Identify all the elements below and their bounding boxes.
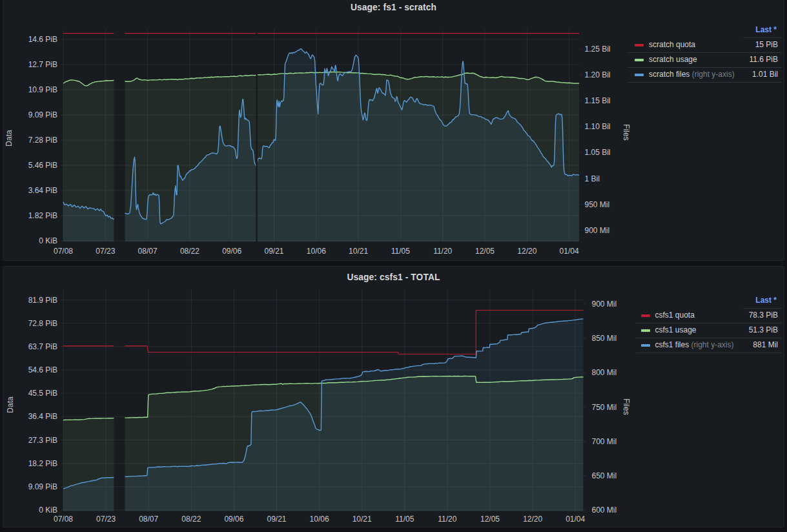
svg-text:09/06: 09/06 xyxy=(224,515,243,524)
svg-text:08/07: 08/07 xyxy=(138,247,158,256)
svg-text:1 Bil: 1 Bil xyxy=(585,174,600,183)
svg-text:1.82 PiB: 1.82 PiB xyxy=(28,211,57,220)
svg-text:08/22: 08/22 xyxy=(181,515,201,524)
svg-text:01/04: 01/04 xyxy=(560,247,579,256)
svg-text:700 Mil: 700 Mil xyxy=(592,437,617,446)
svg-text:3.64 PiB: 3.64 PiB xyxy=(28,186,57,195)
svg-text:900 Mil: 900 Mil xyxy=(592,300,617,309)
svg-text:900 Mil: 900 Mil xyxy=(585,226,610,235)
svg-text:63.7 PiB: 63.7 PiB xyxy=(28,342,57,351)
svg-text:10/06: 10/06 xyxy=(307,247,326,256)
svg-text:09/21: 09/21 xyxy=(264,247,283,256)
svg-text:11/05: 11/05 xyxy=(391,247,410,256)
svg-text:12/05: 12/05 xyxy=(475,247,495,256)
svg-text:11/20: 11/20 xyxy=(433,247,452,256)
svg-text:72.8 PiB: 72.8 PiB xyxy=(28,319,57,328)
svg-text:1.05 Bil: 1.05 Bil xyxy=(585,148,611,157)
svg-text:10.9 PiB: 10.9 PiB xyxy=(28,85,57,94)
svg-text:850 Mil: 850 Mil xyxy=(592,334,617,343)
svg-text:1.10 Bil: 1.10 Bil xyxy=(585,122,611,131)
svg-text:0 KiB: 0 KiB xyxy=(39,506,57,515)
svg-text:07/08: 07/08 xyxy=(54,515,73,524)
svg-text:07/08: 07/08 xyxy=(54,247,73,256)
svg-text:1.25 Bil: 1.25 Bil xyxy=(585,45,611,54)
svg-text:9.09 PiB: 9.09 PiB xyxy=(28,110,57,119)
svg-text:Files: Files xyxy=(622,124,631,140)
svg-text:11/20: 11/20 xyxy=(438,515,456,524)
svg-text:600 Mil: 600 Mil xyxy=(592,506,617,515)
svg-text:11/05: 11/05 xyxy=(395,515,414,524)
svg-text:650 Mil: 650 Mil xyxy=(592,471,617,480)
svg-text:12/20: 12/20 xyxy=(517,247,537,256)
svg-text:5.46 PiB: 5.46 PiB xyxy=(28,161,57,170)
svg-text:01/04: 01/04 xyxy=(566,515,585,524)
svg-text:14.6 PiB: 14.6 PiB xyxy=(28,35,57,44)
svg-text:09/21: 09/21 xyxy=(267,515,286,524)
svg-text:7.28 PiB: 7.28 PiB xyxy=(28,136,57,145)
svg-text:0 KiB: 0 KiB xyxy=(39,236,57,245)
svg-text:9.09 PiB: 9.09 PiB xyxy=(28,482,57,491)
svg-text:81.9 PiB: 81.9 PiB xyxy=(28,296,57,305)
svg-text:10/06: 10/06 xyxy=(310,515,329,524)
svg-text:09/06: 09/06 xyxy=(222,247,241,256)
svg-text:Data: Data xyxy=(6,396,15,413)
svg-text:800 Mil: 800 Mil xyxy=(592,368,617,377)
svg-text:12/05: 12/05 xyxy=(480,515,500,524)
svg-text:1.15 Bil: 1.15 Bil xyxy=(585,96,611,105)
svg-text:08/07: 08/07 xyxy=(139,515,158,524)
svg-text:1.20 Bil: 1.20 Bil xyxy=(585,70,611,79)
svg-text:Data: Data xyxy=(5,130,14,147)
svg-text:10/21: 10/21 xyxy=(353,515,372,524)
svg-text:45.5 PiB: 45.5 PiB xyxy=(28,389,57,398)
svg-text:750 Mil: 750 Mil xyxy=(592,403,617,412)
svg-text:950 Mil: 950 Mil xyxy=(585,200,610,209)
svg-text:10/21: 10/21 xyxy=(349,247,368,256)
svg-text:07/23: 07/23 xyxy=(96,515,116,524)
svg-text:36.4 PiB: 36.4 PiB xyxy=(28,412,57,421)
svg-text:07/23: 07/23 xyxy=(96,247,115,256)
svg-text:18.2 PiB: 18.2 PiB xyxy=(28,459,57,468)
svg-text:27.3 PiB: 27.3 PiB xyxy=(28,436,57,445)
svg-text:08/22: 08/22 xyxy=(180,247,199,256)
svg-text:54.6 PiB: 54.6 PiB xyxy=(28,365,57,374)
svg-text:12.7 PiB: 12.7 PiB xyxy=(28,60,57,69)
svg-text:Files: Files xyxy=(622,398,631,414)
svg-text:12/20: 12/20 xyxy=(523,515,542,524)
